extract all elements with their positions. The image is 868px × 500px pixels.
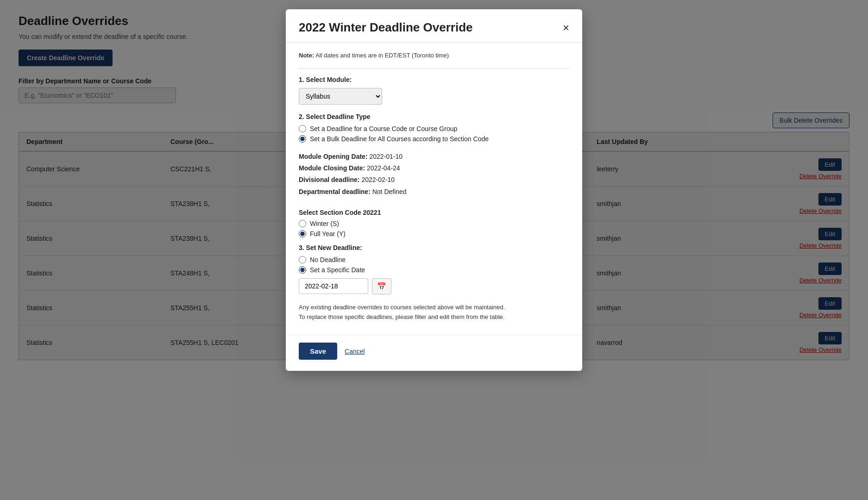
modal-footer: Save Cancel xyxy=(286,335,582,371)
cancel-button[interactable]: Cancel xyxy=(345,348,365,355)
specific-date-option[interactable]: Set a Specific Date xyxy=(299,266,569,274)
modal-header: 2022 Winter Deadline Override × xyxy=(286,9,582,43)
step2-label: 2. Select Deadline Type xyxy=(299,113,569,120)
new-deadline-radio-group: No Deadline Set a Specific Date xyxy=(299,256,569,274)
modal-body: Note: All dates and times are in EDT/EST… xyxy=(286,43,582,335)
modal-title: 2022 Winter Deadline Override xyxy=(299,20,472,35)
date-input[interactable] xyxy=(299,278,368,294)
section-code-radio-fullyear[interactable] xyxy=(299,230,306,238)
section-code-section: Select Section Code 20221 Winter (S) Ful… xyxy=(299,204,569,238)
deadline-type-option-2[interactable]: Set a Bulk Deadline for All Courses acco… xyxy=(299,135,569,143)
calendar-button[interactable]: 📅 xyxy=(372,278,391,294)
modal-note: Note: All dates and times are in EDT/EST… xyxy=(299,52,569,59)
modal-overlay: 2022 Winter Deadline Override × Note: Al… xyxy=(0,0,868,500)
section-code-option-fullyear[interactable]: Full Year (Y) xyxy=(299,230,569,238)
no-deadline-radio[interactable] xyxy=(299,256,306,263)
modal-close-button[interactable]: × xyxy=(563,22,569,33)
deadline-type-radio-2[interactable] xyxy=(299,135,306,143)
section-code-radio-group: Winter (S) Full Year (Y) xyxy=(299,220,569,238)
date-input-row: 📅 xyxy=(299,278,569,294)
step1-label: 1. Select Module: xyxy=(299,76,569,83)
section-code-radio-winter[interactable] xyxy=(299,220,306,227)
specific-date-radio[interactable] xyxy=(299,266,306,274)
new-deadline-section: 3. Set New Deadline: No Deadline Set a S… xyxy=(299,244,569,294)
no-deadline-option[interactable]: No Deadline xyxy=(299,256,569,263)
deadline-type-radio-group: Set a Deadline for a Course Code or Cour… xyxy=(299,125,569,143)
deadline-type-option-1[interactable]: Set a Deadline for a Course Code or Cour… xyxy=(299,125,569,132)
deadline-type-radio-1[interactable] xyxy=(299,125,306,132)
modal-dialog: 2022 Winter Deadline Override × Note: Al… xyxy=(286,9,582,371)
module-select-section: 1. Select Module: Syllabus Assignment Qu… xyxy=(299,76,569,105)
step3-label: 3. Set New Deadline: xyxy=(299,244,569,251)
section-code-option-winter[interactable]: Winter (S) xyxy=(299,220,569,227)
save-button[interactable]: Save xyxy=(299,343,337,360)
section-code-title: Select Section Code 20221 xyxy=(299,209,569,216)
module-select[interactable]: Syllabus Assignment Quiz Discussion xyxy=(299,88,382,105)
deadline-type-section: 2. Select Deadline Type Set a Deadline f… xyxy=(299,113,569,143)
notice-text: Any existing deadline overrides to cours… xyxy=(299,303,569,322)
deadline-info: Module Opening Date: 2022-01-10 Module C… xyxy=(299,151,569,198)
